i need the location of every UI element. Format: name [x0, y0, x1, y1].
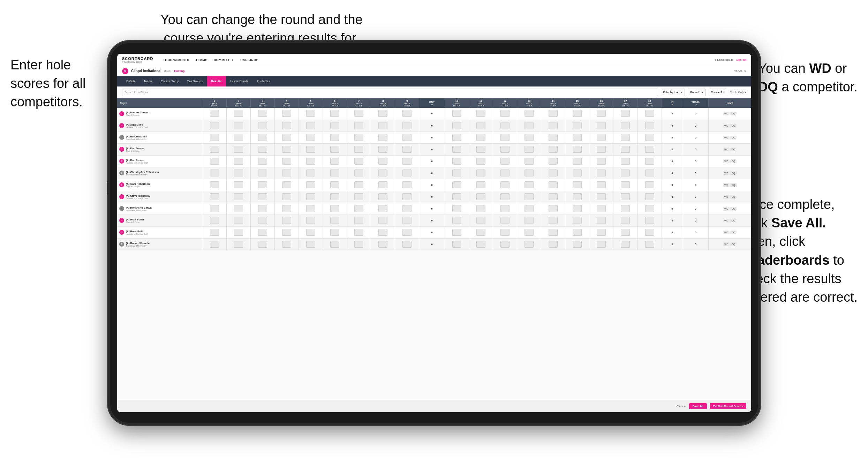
score-hole-2[interactable] — [226, 108, 250, 120]
score-hole-4[interactable] — [274, 238, 299, 250]
score-hole-4[interactable] — [274, 155, 299, 167]
score-hole-17[interactable] — [613, 179, 637, 191]
score-hole-4[interactable] — [274, 226, 299, 238]
score-hole-14[interactable] — [541, 226, 565, 238]
score-hole-12[interactable] — [493, 108, 517, 120]
score-hole-4[interactable] — [274, 108, 299, 120]
sign-out-link[interactable]: Sign out — [736, 58, 746, 61]
wd-button[interactable]: WD — [723, 231, 730, 234]
score-hole-13[interactable] — [517, 191, 541, 203]
score-hole-10[interactable] — [445, 226, 469, 238]
wd-button[interactable]: WD — [723, 112, 730, 115]
score-hole-1[interactable] — [202, 226, 226, 238]
score-hole-2[interactable] — [226, 179, 250, 191]
score-hole-13[interactable] — [517, 203, 541, 214]
score-hole-6[interactable] — [323, 143, 347, 155]
score-hole-10[interactable] — [445, 131, 469, 143]
score-hole-8[interactable] — [371, 120, 395, 131]
score-hole-14[interactable] — [541, 167, 565, 179]
score-hole-8[interactable] — [371, 179, 395, 191]
score-hole-3[interactable] — [250, 108, 274, 120]
score-hole-13[interactable] — [517, 238, 541, 250]
score-hole-6[interactable] — [323, 155, 347, 167]
score-hole-1[interactable] — [202, 108, 226, 120]
score-hole-3[interactable] — [250, 155, 274, 167]
score-hole-8[interactable] — [371, 143, 395, 155]
score-hole-11[interactable] — [469, 167, 493, 179]
score-hole-7[interactable] — [347, 155, 371, 167]
score-hole-6[interactable] — [323, 131, 347, 143]
score-hole-18[interactable] — [637, 179, 662, 191]
score-hole-11[interactable] — [469, 179, 493, 191]
score-hole-4[interactable] — [274, 167, 299, 179]
score-hole-4[interactable] — [274, 191, 299, 203]
score-hole-11[interactable] — [469, 214, 493, 226]
score-hole-2[interactable] — [226, 155, 250, 167]
score-hole-7[interactable] — [347, 167, 371, 179]
score-hole-9[interactable] — [395, 131, 419, 143]
score-hole-16[interactable] — [589, 131, 613, 143]
score-hole-6[interactable] — [323, 238, 347, 250]
score-hole-18[interactable] — [637, 226, 662, 238]
wd-button[interactable]: WD — [723, 195, 730, 199]
score-hole-13[interactable] — [517, 155, 541, 167]
score-hole-3[interactable] — [250, 131, 274, 143]
score-hole-7[interactable] — [347, 108, 371, 120]
score-hole-8[interactable] — [371, 167, 395, 179]
score-hole-6[interactable] — [323, 191, 347, 203]
score-hole-5[interactable] — [299, 179, 323, 191]
score-hole-10[interactable] — [445, 108, 469, 120]
dq-button[interactable]: DQ — [730, 148, 737, 151]
score-hole-12[interactable] — [493, 155, 517, 167]
tab-details[interactable]: Details — [122, 76, 139, 86]
score-hole-3[interactable] — [250, 214, 274, 226]
nav-teams[interactable]: TEAMS — [196, 58, 207, 62]
score-hole-11[interactable] — [469, 155, 493, 167]
score-hole-10[interactable] — [445, 167, 469, 179]
score-hole-10[interactable] — [445, 155, 469, 167]
score-hole-11[interactable] — [469, 143, 493, 155]
score-hole-3[interactable] — [250, 191, 274, 203]
score-hole-12[interactable] — [493, 226, 517, 238]
score-hole-3[interactable] — [250, 203, 274, 214]
score-hole-5[interactable] — [299, 155, 323, 167]
score-hole-13[interactable] — [517, 226, 541, 238]
score-hole-9[interactable] — [395, 191, 419, 203]
dq-button[interactable]: DQ — [730, 159, 737, 163]
score-hole-16[interactable] — [589, 108, 613, 120]
score-hole-17[interactable] — [613, 191, 637, 203]
score-hole-5[interactable] — [299, 131, 323, 143]
score-hole-9[interactable] — [395, 179, 419, 191]
score-hole-11[interactable] — [469, 191, 493, 203]
dq-button[interactable]: DQ — [730, 242, 737, 246]
score-hole-1[interactable] — [202, 214, 226, 226]
score-hole-16[interactable] — [589, 179, 613, 191]
score-hole-18[interactable] — [637, 167, 662, 179]
score-hole-7[interactable] — [347, 131, 371, 143]
score-hole-12[interactable] — [493, 131, 517, 143]
score-hole-12[interactable] — [493, 120, 517, 131]
save-all-button[interactable]: Save All — [689, 403, 707, 409]
score-hole-10[interactable] — [445, 238, 469, 250]
score-hole-4[interactable] — [274, 143, 299, 155]
score-hole-9[interactable] — [395, 167, 419, 179]
score-hole-18[interactable] — [637, 108, 662, 120]
score-hole-15[interactable] — [565, 155, 589, 167]
score-hole-1[interactable] — [202, 131, 226, 143]
score-hole-10[interactable] — [445, 191, 469, 203]
score-hole-6[interactable] — [323, 120, 347, 131]
score-hole-14[interactable] — [541, 179, 565, 191]
score-hole-9[interactable] — [395, 143, 419, 155]
score-hole-5[interactable] — [299, 108, 323, 120]
dq-button[interactable]: DQ — [730, 183, 737, 187]
score-hole-9[interactable] — [395, 155, 419, 167]
score-hole-15[interactable] — [565, 120, 589, 131]
score-hole-1[interactable] — [202, 167, 226, 179]
score-hole-2[interactable] — [226, 214, 250, 226]
score-hole-4[interactable] — [274, 120, 299, 131]
score-hole-3[interactable] — [250, 238, 274, 250]
score-hole-2[interactable] — [226, 143, 250, 155]
wd-button[interactable]: WD — [723, 148, 730, 151]
score-hole-7[interactable] — [347, 179, 371, 191]
score-hole-4[interactable] — [274, 131, 299, 143]
